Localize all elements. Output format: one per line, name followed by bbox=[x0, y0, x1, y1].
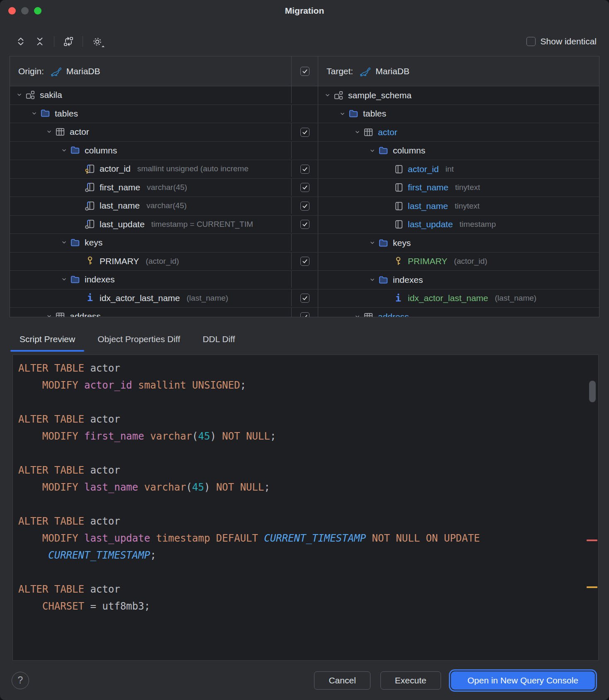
origin-node[interactable]: columns bbox=[10, 142, 292, 159]
tree-row[interactable]: actoractor bbox=[10, 123, 599, 142]
origin-node[interactable]: last_namevarchar(45) bbox=[10, 197, 292, 214]
origin-node[interactable]: first_namevarchar(45) bbox=[10, 179, 292, 196]
tree-row[interactable]: sakilasample_schema bbox=[10, 86, 599, 105]
origin-node[interactable]: actor_idsmallint unsigned (auto increme bbox=[10, 160, 292, 177]
target-node[interactable]: address bbox=[318, 308, 599, 317]
row-checkbox[interactable] bbox=[300, 183, 309, 192]
node-label: columns bbox=[393, 146, 425, 156]
apply-cell bbox=[292, 160, 318, 178]
tree-row[interactable]: addressaddress bbox=[10, 308, 599, 317]
node-label: PRIMARY bbox=[100, 253, 139, 270]
tree-row[interactable]: actor_idsmallint unsigned (auto incremea… bbox=[10, 160, 599, 179]
mariadb-icon bbox=[359, 65, 371, 78]
target-node[interactable]: tables bbox=[318, 105, 599, 123]
tree-row[interactable]: columnscolumns bbox=[10, 142, 599, 160]
node-label: PRIMARY bbox=[408, 256, 447, 266]
tab-object-properties-diff[interactable]: Object Properties Diff bbox=[88, 326, 189, 352]
apply-all-checkbox[interactable] bbox=[300, 67, 309, 76]
chevron-down-icon[interactable] bbox=[336, 108, 348, 119]
cancel-button[interactable]: Cancel bbox=[314, 671, 370, 690]
node-label: first_name bbox=[408, 182, 448, 192]
target-node[interactable]: last_nametinytext bbox=[318, 197, 599, 215]
node-detail: timestamp = CURRENT_TIM bbox=[151, 216, 253, 233]
row-checkbox[interactable] bbox=[300, 294, 309, 303]
origin-node[interactable]: sakila bbox=[10, 86, 292, 103]
chevron-down-icon[interactable] bbox=[43, 126, 55, 138]
chevron-down-icon[interactable] bbox=[13, 89, 25, 101]
editor-scrollbar[interactable] bbox=[589, 381, 596, 402]
row-checkbox[interactable] bbox=[300, 220, 309, 229]
key-icon bbox=[85, 255, 95, 266]
tree-row[interactable]: PRIMARY(actor_id)PRIMARY(actor_id) bbox=[10, 253, 599, 271]
chevron-down-icon[interactable] bbox=[351, 311, 363, 317]
synchronize-icon[interactable] bbox=[60, 33, 77, 50]
code-line bbox=[18, 564, 598, 581]
tree-row[interactable]: first_namevarchar(45)first_nametinytext bbox=[10, 179, 599, 197]
origin-node[interactable]: last_updatetimestamp = CURRENT_TIM bbox=[10, 216, 292, 233]
tree-row[interactable]: keyskeys bbox=[10, 234, 599, 253]
node-label: sample_schema bbox=[348, 90, 412, 100]
row-checkbox[interactable] bbox=[300, 257, 309, 266]
node-label: address bbox=[378, 312, 409, 317]
target-node[interactable]: iidx_actor_last_name(last_name) bbox=[318, 289, 599, 308]
target-node[interactable]: last_updatetimestamp bbox=[318, 216, 599, 234]
origin-node[interactable]: address bbox=[10, 308, 292, 317]
row-checkbox[interactable] bbox=[300, 128, 309, 137]
chevron-down-icon[interactable] bbox=[58, 274, 70, 285]
table-icon bbox=[55, 311, 66, 317]
tab-script-preview[interactable]: Script Preview bbox=[10, 326, 84, 352]
row-checkbox[interactable] bbox=[300, 202, 309, 211]
row-checkbox[interactable] bbox=[300, 312, 309, 317]
origin-node[interactable]: indexes bbox=[10, 271, 292, 288]
node-label: idx_actor_last_name bbox=[408, 293, 488, 303]
chevron-down-icon[interactable] bbox=[43, 311, 55, 317]
target-node[interactable]: actor_idint bbox=[318, 160, 599, 178]
tree-row[interactable]: last_updatetimestamp = CURRENT_TIMlast_u… bbox=[10, 216, 599, 234]
node-label: sakila bbox=[40, 86, 62, 103]
chevron-down-icon[interactable] bbox=[28, 107, 40, 119]
chevron-down-icon[interactable] bbox=[58, 144, 70, 156]
chevron-down-icon[interactable] bbox=[351, 126, 363, 138]
chevron-down-icon[interactable] bbox=[58, 237, 70, 248]
node-label: last_update bbox=[100, 216, 145, 233]
chevron-down-icon[interactable] bbox=[366, 274, 378, 286]
origin-node[interactable]: tables bbox=[10, 105, 292, 122]
execute-button[interactable]: Execute bbox=[380, 671, 441, 690]
row-checkbox[interactable] bbox=[300, 165, 309, 174]
chevron-down-icon[interactable] bbox=[366, 145, 378, 156]
open-in-new-query-console-button[interactable]: Open in New Query Console bbox=[451, 671, 595, 690]
target-node[interactable]: first_nametinytext bbox=[318, 179, 599, 197]
key-icon bbox=[393, 256, 404, 267]
node-label: actor_id bbox=[100, 160, 131, 177]
code-line bbox=[18, 394, 598, 411]
tree-row[interactable]: tablestables bbox=[10, 105, 599, 124]
target-node[interactable]: indexes bbox=[318, 271, 599, 289]
node-detail: (last_name) bbox=[495, 294, 536, 303]
chevron-down-icon[interactable] bbox=[366, 237, 378, 249]
target-node[interactable]: keys bbox=[318, 234, 599, 252]
help-button[interactable]: ? bbox=[12, 672, 29, 689]
origin-node[interactable]: keys bbox=[10, 234, 292, 251]
script-preview-editor[interactable]: ALTER TABLE actor MODIFY actor_id smalli… bbox=[12, 355, 599, 661]
target-node[interactable]: columns bbox=[318, 142, 599, 160]
chevron-down-icon[interactable] bbox=[322, 90, 333, 101]
origin-node[interactable]: iidx_actor_last_name(last_name) bbox=[10, 289, 292, 306]
warning-stripe-mark[interactable] bbox=[587, 586, 597, 588]
origin-node[interactable]: PRIMARY(actor_id) bbox=[10, 253, 292, 270]
settings-gear-icon[interactable] bbox=[89, 33, 105, 50]
tree-row[interactable]: indexesindexes bbox=[10, 271, 599, 289]
expand-all-icon[interactable] bbox=[12, 33, 29, 50]
tree-row[interactable]: last_namevarchar(45)last_nametinytext bbox=[10, 197, 599, 216]
show-identical-toggle[interactable]: Show identical bbox=[526, 36, 597, 46]
target-label: Target: bbox=[326, 66, 353, 76]
origin-node[interactable]: actor bbox=[10, 123, 292, 140]
show-identical-checkbox[interactable] bbox=[526, 37, 536, 46]
target-node[interactable]: sample_schema bbox=[318, 86, 599, 105]
target-node[interactable]: actor bbox=[318, 123, 599, 141]
tab-ddl-diff[interactable]: DDL Diff bbox=[193, 326, 244, 352]
code-line: ALTER TABLE actor bbox=[18, 513, 598, 530]
error-stripe-mark[interactable] bbox=[587, 540, 597, 541]
tree-row[interactable]: iidx_actor_last_name(last_name)iidx_acto… bbox=[10, 289, 599, 308]
target-node[interactable]: PRIMARY(actor_id) bbox=[318, 253, 599, 271]
collapse-all-icon[interactable] bbox=[32, 33, 48, 50]
